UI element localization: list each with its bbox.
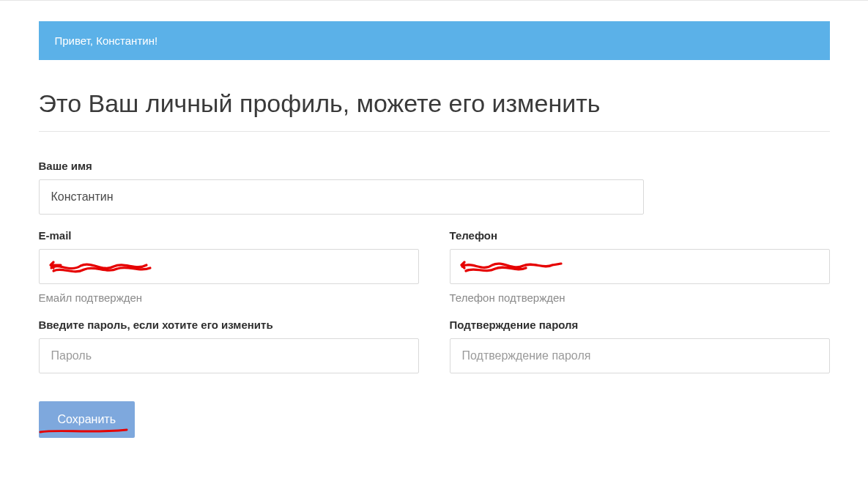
email-help: Емайл подтвержден	[39, 291, 419, 304]
password-confirm-label: Подтверждение пароля	[450, 319, 830, 331]
email-label: E-mail	[39, 229, 419, 242]
name-input[interactable]	[39, 179, 644, 215]
greeting-banner: Привет, Константин!	[39, 21, 830, 60]
group-email: E-mail Емайл подтвержден	[39, 229, 419, 304]
password-confirm-input[interactable]	[450, 338, 830, 373]
group-password-confirm: Подтверждение пароля	[450, 319, 830, 373]
name-label: Ваше имя	[39, 160, 644, 172]
greeting-text: Привет, Константин!	[55, 34, 158, 47]
page-title: Это Ваш личный профиль, можете его измен…	[39, 89, 830, 118]
group-password: Введите пароль, если хотите его изменить	[39, 319, 419, 373]
top-divider	[0, 0, 868, 1]
phone-label: Телефон	[450, 229, 830, 242]
row-name: Ваше имя	[39, 160, 830, 215]
title-divider	[39, 131, 830, 132]
row-email-phone: E-mail Емайл подтвержден Телефон Телефон…	[39, 229, 830, 304]
phone-input[interactable]	[450, 249, 830, 284]
save-button[interactable]: Сохранить	[39, 401, 136, 438]
group-name: Ваше имя	[39, 160, 644, 215]
password-label: Введите пароль, если хотите его изменить	[39, 319, 419, 331]
password-input[interactable]	[39, 338, 419, 373]
phone-help: Телефон подтвержден	[450, 291, 830, 304]
row-password: Введите пароль, если хотите его изменить…	[39, 319, 830, 373]
email-input[interactable]	[39, 249, 419, 284]
content-container: Привет, Константин! Это Ваш личный профи…	[31, 21, 837, 438]
group-phone: Телефон Телефон подтвержден	[450, 229, 830, 304]
